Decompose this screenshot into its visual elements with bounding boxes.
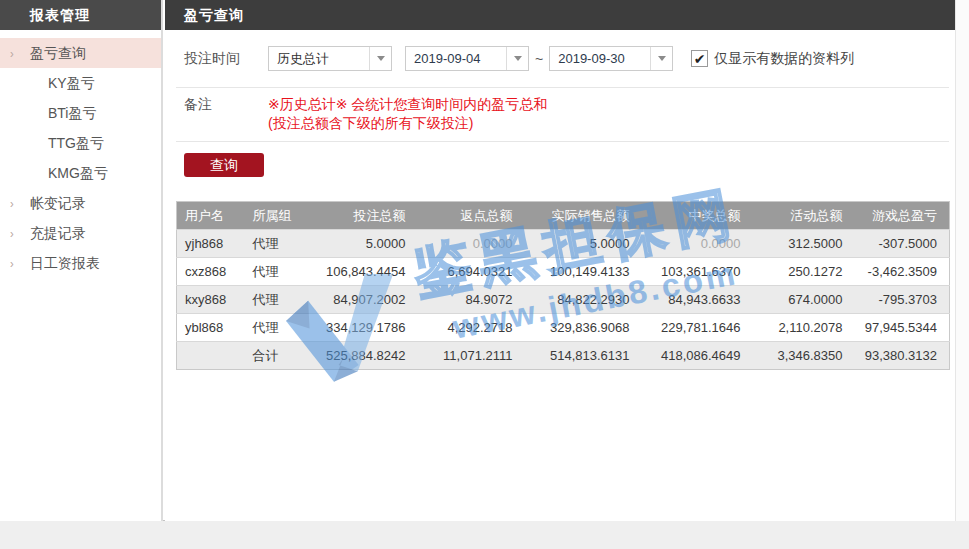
- footer-strip: [0, 521, 969, 549]
- dropdown-arrow-icon: [650, 47, 672, 70]
- cell-prize-total: 229,781.1646: [642, 314, 753, 342]
- cell-prize-total: 103,361.6370: [642, 258, 753, 286]
- col-header-prize-total: 中奖总额: [642, 202, 753, 230]
- sidebar-item-label: 盈亏查询: [0, 38, 161, 68]
- cell-total-bet: 525,884.8242: [305, 342, 418, 370]
- checkbox-label: 仅显示有数据的资料列: [714, 50, 854, 68]
- sidebar-item-account-changes[interactable]: › 帐变记录: [0, 188, 161, 218]
- note-label: 备注: [184, 95, 268, 133]
- sidebar-item-label: KY盈亏: [0, 68, 161, 98]
- cell-activity-total: 250.1272: [753, 258, 855, 286]
- cell-rebate-total: 6,694.0321: [418, 258, 525, 286]
- table-row: cxz868 代理 106,843.4454 6,694.0321 100,14…: [177, 258, 950, 286]
- cell-username: cxz868: [177, 258, 245, 286]
- cell-activity-total: 312.5000: [753, 230, 855, 258]
- cell-game-profit-total: -795.3703: [855, 286, 950, 314]
- col-header-username: 用户名: [177, 202, 245, 230]
- cell-activity-total: 674.0000: [753, 286, 855, 314]
- dropdown-arrow-icon: [506, 47, 528, 70]
- filter-bar: 投注时间 历史总计 2019-09-04 ~ 2019-09-30 ✔ 仅显示有…: [176, 30, 949, 88]
- results-table-wrap: 用户名 所属组 投注总额 返点总额 实际销售总额 中奖总额 活动总额 游戏总盈亏…: [176, 201, 949, 370]
- note-row: 备注 ※历史总计※ 会统计您查询时间内的盈亏总和 (投注总额含下级的所有下级投注…: [176, 88, 949, 142]
- sidebar-title: 报表管理: [0, 0, 161, 30]
- cell-total-game-profit: 93,380.3132: [855, 342, 950, 370]
- col-header-bet-total: 投注总额: [305, 202, 418, 230]
- cell-game-profit-total: -3,462.3509: [855, 258, 950, 286]
- note-text: ※历史总计※ 会统计您查询时间内的盈亏总和 (投注总额含下级的所有下级投注): [268, 95, 547, 133]
- vertical-scrollbar[interactable]: [955, 0, 969, 521]
- table-row: yjh868 代理 5.0000 0.0000 5.0000 0.0000 31…: [177, 230, 950, 258]
- cell-activity-total: 2,110.2078: [753, 314, 855, 342]
- results-table: 用户名 所属组 投注总额 返点总额 实际销售总额 中奖总额 活动总额 游戏总盈亏…: [176, 201, 950, 370]
- cell-bet-total: 334,129.1786: [305, 314, 418, 342]
- cell-username: yjh868: [177, 230, 245, 258]
- dropdown-arrow-icon: [369, 47, 391, 70]
- sidebar-item-deposit-withdraw[interactable]: › 充提记录: [0, 218, 161, 248]
- sidebar-item-label: 帐变记录: [0, 188, 161, 218]
- page-title: 盈亏查询: [165, 0, 955, 30]
- sidebar-item-label: 日工资报表: [0, 248, 161, 278]
- sidebar: 报表管理 › 盈亏查询 KY盈亏 BTi盈亏 TTG盈亏 KMG盈亏 › 帐变记…: [0, 0, 163, 521]
- table-row: kxy868 代理 84,907.2002 84.9072 84,822.293…: [177, 286, 950, 314]
- cell-bet-total: 84,907.2002: [305, 286, 418, 314]
- cell-actual-sales-total: 5.0000: [525, 230, 642, 258]
- checkbox-checkmark-icon: ✔: [691, 50, 708, 67]
- cell-rebate-total: 84.9072: [418, 286, 525, 314]
- cell-group: 代理: [245, 258, 305, 286]
- cell-prize-total: 0.0000: [642, 230, 753, 258]
- main-panel: 盈亏查询 投注时间 历史总计 2019-09-04 ~ 2019-09-30: [165, 0, 955, 521]
- col-header-game-profit-total: 游戏总盈亏: [855, 202, 950, 230]
- col-header-rebate-total: 返点总额: [418, 202, 525, 230]
- cell-group: 代理: [245, 314, 305, 342]
- cell-total-label: 合计: [245, 342, 305, 370]
- date-to-select[interactable]: 2019-09-30: [549, 46, 673, 71]
- cell-total-rebate: 11,071.2111: [418, 342, 525, 370]
- note-line1: ※历史总计※ 会统计您查询时间内的盈亏总和: [268, 95, 547, 114]
- col-header-group: 所属组: [245, 202, 305, 230]
- sidebar-item-label: KMG盈亏: [0, 158, 161, 188]
- date-range-separator: ~: [535, 51, 543, 67]
- cell-bet-total: 106,843.4454: [305, 258, 418, 286]
- sidebar-item-daily-wage-report[interactable]: › 日工资报表: [0, 248, 161, 278]
- cell-username: kxy868: [177, 286, 245, 314]
- cell-rebate-total: 4,292.2718: [418, 314, 525, 342]
- sidebar-menu: › 盈亏查询 KY盈亏 BTi盈亏 TTG盈亏 KMG盈亏 › 帐变记录 › 充…: [0, 38, 161, 278]
- cell-game-profit-total: -307.5000: [855, 230, 950, 258]
- query-button[interactable]: 查询: [184, 153, 264, 177]
- cell-rebate-total: 0.0000: [418, 230, 525, 258]
- button-row: 查询: [184, 153, 955, 177]
- chevron-right-icon: ›: [10, 245, 14, 281]
- table-row: ybl868 代理 334,129.1786 4,292.2718 329,83…: [177, 314, 950, 342]
- cell-actual-sales-total: 329,836.9068: [525, 314, 642, 342]
- cell-total-activity: 3,346.8350: [753, 342, 855, 370]
- sidebar-item-label: TTG盈亏: [0, 128, 161, 158]
- cell-game-profit-total: 97,945.5344: [855, 314, 950, 342]
- col-header-actual-sales-total: 实际销售总额: [525, 202, 642, 230]
- cell-empty: [177, 342, 245, 370]
- cell-actual-sales-total: 100,149.4133: [525, 258, 642, 286]
- note-line2: (投注总额含下级的所有下级投注): [268, 114, 547, 133]
- sidebar-item-profit-query[interactable]: › 盈亏查询: [0, 38, 161, 68]
- sidebar-item-kmg-profit[interactable]: KMG盈亏: [0, 158, 161, 188]
- cell-total-actual-sales: 514,813.6131: [525, 342, 642, 370]
- sidebar-item-label: 充提记录: [0, 218, 161, 248]
- range-type-select[interactable]: 历史总计: [268, 46, 392, 71]
- app-window: 报表管理 › 盈亏查询 KY盈亏 BTi盈亏 TTG盈亏 KMG盈亏 › 帐变记…: [0, 0, 969, 521]
- sidebar-item-ky-profit[interactable]: KY盈亏: [0, 68, 161, 98]
- chevron-right-icon: ›: [10, 35, 14, 71]
- sidebar-item-ttg-profit[interactable]: TTG盈亏: [0, 128, 161, 158]
- sidebar-item-bti-profit[interactable]: BTi盈亏: [0, 98, 161, 128]
- only-data-columns-checkbox[interactable]: ✔ 仅显示有数据的资料列: [691, 50, 854, 68]
- table-header-row: 用户名 所属组 投注总额 返点总额 实际销售总额 中奖总额 活动总额 游戏总盈亏: [177, 202, 950, 230]
- table-total-row: 合计 525,884.8242 11,071.2111 514,813.6131…: [177, 342, 950, 370]
- col-header-activity-total: 活动总额: [753, 202, 855, 230]
- cell-group: 代理: [245, 230, 305, 258]
- cell-bet-total: 5.0000: [305, 230, 418, 258]
- cell-total-prize: 418,086.4649: [642, 342, 753, 370]
- date-to-value: 2019-09-30: [550, 51, 650, 66]
- date-from-select[interactable]: 2019-09-04: [405, 46, 529, 71]
- range-type-value: 历史总计: [269, 50, 369, 68]
- date-from-value: 2019-09-04: [406, 51, 506, 66]
- cell-username: ybl868: [177, 314, 245, 342]
- cell-prize-total: 84,943.6633: [642, 286, 753, 314]
